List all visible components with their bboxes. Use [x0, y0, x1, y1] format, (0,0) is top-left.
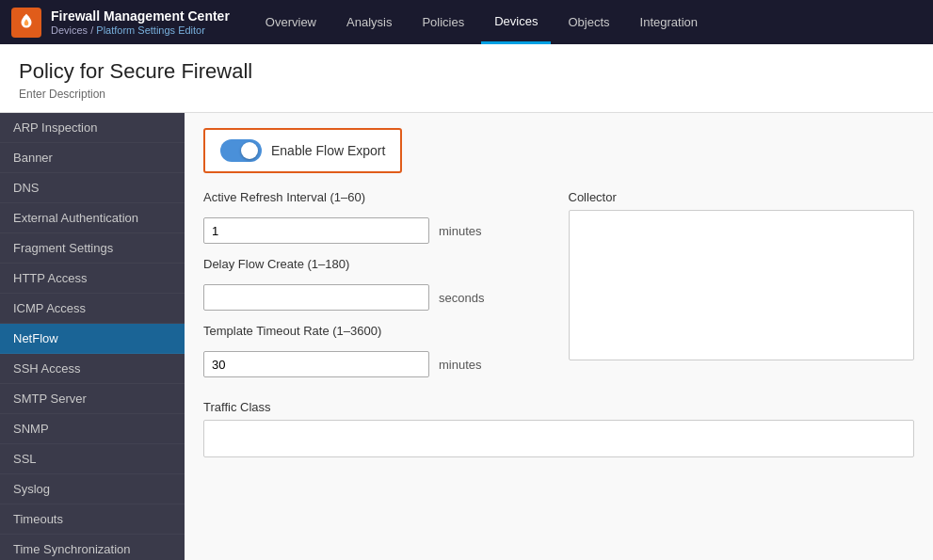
sidebar-item-netflow[interactable]: NetFlow	[0, 324, 185, 354]
sidebar-item-fragment-settings[interactable]: Fragment Settings	[0, 233, 185, 264]
flow-export-label: Enable Flow Export	[271, 143, 385, 158]
collector-label: Collector	[569, 190, 915, 204]
logo-icon	[11, 8, 41, 38]
sidebar-item-time-sync[interactable]: Time Synchronization	[0, 535, 185, 560]
template-timeout-input-row: minutes	[203, 351, 550, 377]
sidebar-item-snmp[interactable]: SNMP	[0, 414, 185, 444]
template-timeout-label: Template Timeout Rate (1–3600)	[203, 324, 392, 338]
delay-flow-row: Delay Flow Create (1–180)	[203, 257, 550, 271]
delay-flow-unit: seconds	[439, 291, 484, 305]
template-timeout-unit: minutes	[439, 358, 482, 372]
content-area: Enable Flow Export Active Refresh Interv…	[185, 113, 933, 560]
page-title: Policy for Secure Firewall	[19, 59, 914, 84]
nav-bar: Overview Analysis Policies Devices Objec…	[252, 0, 711, 44]
toggle-track	[220, 139, 262, 162]
nav-item-devices[interactable]: Devices	[481, 0, 551, 44]
nav-item-integration[interactable]: Integration	[627, 0, 711, 44]
nav-item-overview[interactable]: Overview	[252, 0, 330, 44]
active-refresh-label: Active Refresh Interval (1–60)	[203, 190, 392, 204]
template-timeout-row: Template Timeout Rate (1–3600)	[203, 324, 550, 338]
sidebar-item-arp-inspection[interactable]: ARP Inspection	[0, 113, 185, 143]
nav-item-analysis[interactable]: Analysis	[333, 0, 405, 44]
active-refresh-input[interactable]	[203, 217, 429, 244]
active-refresh-row: Active Refresh Interval (1–60)	[203, 190, 550, 204]
sidebar: ARP Inspection Banner DNS External Authe…	[0, 113, 185, 560]
delay-flow-label: Delay Flow Create (1–180)	[203, 257, 392, 271]
app-title: Firewall Management Center	[51, 8, 230, 24]
sidebar-item-dns[interactable]: DNS	[0, 173, 185, 203]
nav-item-policies[interactable]: Policies	[409, 0, 477, 44]
main-layout: ARP Inspection Banner DNS External Authe…	[0, 113, 933, 560]
right-column: Collector	[569, 190, 915, 391]
topbar: Firewall Management Center Devices / Pla…	[0, 0, 933, 44]
enable-flow-export-section: Enable Flow Export	[203, 128, 402, 173]
page-description[interactable]: Enter Description	[19, 88, 914, 101]
toggle-thumb	[241, 142, 258, 159]
two-col-layout: Active Refresh Interval (1–60) minutes D…	[203, 190, 914, 391]
platform-settings-link[interactable]: Platform Settings Editor	[96, 24, 205, 36]
traffic-class-label: Traffic Class	[203, 400, 914, 414]
page-header: Policy for Secure Firewall Enter Descrip…	[0, 44, 933, 113]
active-refresh-unit: minutes	[439, 224, 482, 238]
sidebar-item-icmp-access[interactable]: ICMP Access	[0, 294, 185, 324]
sidebar-item-external-auth[interactable]: External Authentication	[0, 203, 185, 233]
delay-flow-input-row: seconds	[203, 284, 550, 311]
traffic-section: Traffic Class	[203, 400, 914, 457]
sidebar-item-smtp-server[interactable]: SMTP Server	[0, 384, 185, 414]
sidebar-item-ssl[interactable]: SSL	[0, 444, 185, 474]
app-breadcrumb: Devices / Platform Settings Editor	[51, 24, 230, 36]
sidebar-item-ssh-access[interactable]: SSH Access	[0, 354, 185, 384]
nav-item-objects[interactable]: Objects	[555, 0, 622, 44]
active-refresh-input-row: minutes	[203, 217, 550, 244]
sidebar-item-timeouts[interactable]: Timeouts	[0, 504, 185, 535]
app-logo: Firewall Management Center Devices / Pla…	[11, 8, 230, 38]
sidebar-item-http-access[interactable]: HTTP Access	[0, 264, 185, 294]
delay-flow-input[interactable]	[203, 284, 429, 311]
sidebar-item-syslog[interactable]: Syslog	[0, 474, 185, 504]
left-column: Active Refresh Interval (1–60) minutes D…	[203, 190, 550, 391]
sidebar-item-banner[interactable]: Banner	[0, 143, 185, 173]
template-timeout-input[interactable]	[203, 351, 429, 377]
app-title-group: Firewall Management Center Devices / Pla…	[51, 8, 230, 36]
flow-export-toggle[interactable]	[220, 139, 262, 162]
collector-box[interactable]	[569, 210, 915, 360]
traffic-class-box[interactable]	[203, 420, 914, 457]
